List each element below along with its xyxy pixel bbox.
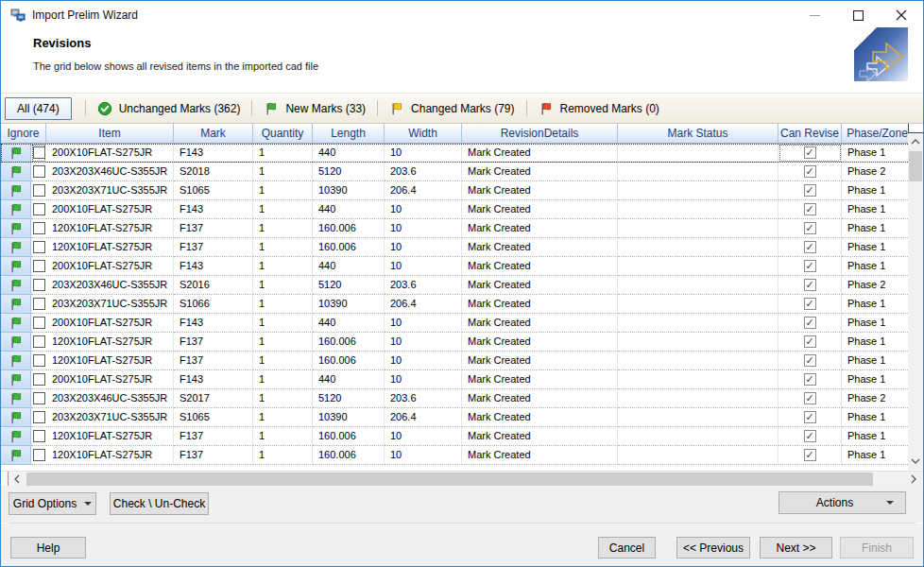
table-row[interactable]: 200X10FLAT-S275JRF143144010Mark Created✓… [1,144,908,163]
table-row[interactable]: 120X10FLAT-S275JRF1371160.00610Mark Crea… [1,219,908,238]
page-subtitle: The grid below shows all revised items i… [33,60,318,72]
can-revise-checkbox[interactable]: ✓ [804,317,816,329]
table-row[interactable]: 200X10FLAT-S275JRF143144010Mark Created✓… [1,370,908,389]
horizontal-scrollbar-thumb[interactable] [26,472,873,486]
table-row[interactable]: 203X203X46UC-S355JRS201715120203.6Mark C… [1,389,908,408]
revision-details-cell: Mark Created [462,200,618,219]
column-header-quantity[interactable]: Quantity [253,124,313,144]
maximize-button[interactable] [836,1,880,29]
filter-changed-marks[interactable]: Changed Marks (79) [384,101,520,116]
check-uncheck-button[interactable]: Check \ Un-Check [110,492,209,515]
finish-button[interactable]: Finish [840,537,914,558]
table-row[interactable]: 120X10FLAT-S275JRF1371160.00610Mark Crea… [1,333,908,352]
can-revise-checkbox[interactable]: ✓ [804,373,816,386]
ignore-checkbox[interactable] [33,354,45,367]
filter-all-button[interactable]: All (474) [5,97,72,120]
phase-zone-cell: Phase 1 [842,200,908,219]
can-revise-checkbox[interactable]: ✓ [804,449,816,461]
table-row[interactable]: 120X10FLAT-S275JRF1371160.00610Mark Crea… [1,352,908,370]
column-header-mark-status[interactable]: Mark Status [618,124,779,144]
can-revise-checkbox[interactable]: ✓ [804,165,816,178]
table-row[interactable]: 203X203X71UC-S355JRS1066110390206.4Mark … [1,295,908,314]
filter-unchanged-marks[interactable]: Unchanged Marks (362) [92,101,247,116]
minimize-button[interactable] [793,1,836,29]
actions-button[interactable]: Actions [779,491,906,514]
row-indicator [1,446,31,465]
next-button[interactable]: Next >> [760,537,832,558]
ignore-checkbox[interactable] [33,222,45,234]
scrollbar-splitter-handle[interactable] [1,472,9,487]
previous-button[interactable]: << Previous [676,537,750,558]
table-row[interactable]: 203X203X46UC-S355JRS201815120203.6Mark C… [1,163,908,181]
column-header-can-revise[interactable]: Can Revise [779,124,842,144]
table-row[interactable]: 200X10FLAT-S275JRF143144010Mark Created✓… [1,257,908,276]
vertical-scrollbar-thumb[interactable] [909,151,922,181]
can-revise-checkbox[interactable]: ✓ [804,203,816,215]
ignore-checkbox[interactable] [33,184,45,197]
row-indicator [1,408,31,427]
ignore-checkbox[interactable] [33,317,45,329]
column-header-ignore[interactable]: Ignore [1,124,46,144]
table-row[interactable]: 120X10FLAT-S275JRF1371160.00610Mark Crea… [1,427,908,446]
ignore-checkbox[interactable] [33,335,45,348]
ignore-cell [31,333,46,352]
can-revise-checkbox[interactable]: ✓ [804,392,816,404]
ignore-checkbox[interactable] [33,260,45,272]
table-row[interactable]: 203X203X46UC-S355JRS201615120203.6Mark C… [1,276,908,295]
ignore-checkbox[interactable] [33,146,45,159]
filter-new-marks[interactable]: New Marks (33) [258,101,371,116]
ignore-checkbox[interactable] [33,411,45,423]
table-row[interactable]: 200X10FLAT-S275JRF143144010Mark Created✓… [1,314,908,333]
horizontal-scrollbar[interactable] [1,471,923,486]
can-revise-cell: ✓ [779,257,842,276]
column-header-mark[interactable]: Mark [174,124,253,144]
table-row[interactable]: 120X10FLAT-S275JRF1371160.00610Mark Crea… [1,446,908,465]
revision-details-cell: Mark Created [462,408,618,427]
grid-corner-box [908,124,923,133]
ignore-checkbox[interactable] [33,279,45,291]
scroll-down-arrow-icon[interactable] [908,454,923,469]
table-row[interactable]: 120X10FLAT-S275JRF1371160.00610Mark Crea… [1,238,908,257]
column-header-length[interactable]: Length [313,124,385,144]
scroll-up-arrow-icon[interactable] [908,134,923,149]
column-header-item[interactable]: Item [46,124,174,144]
ignore-checkbox[interactable] [33,165,45,178]
can-revise-checkbox[interactable]: ✓ [804,184,816,197]
can-revise-checkbox[interactable]: ✓ [804,241,816,253]
phase-zone-cell: Phase 1 [842,238,908,257]
can-revise-checkbox[interactable]: ✓ [804,146,816,159]
can-revise-checkbox[interactable]: ✓ [804,335,816,348]
close-button[interactable] [880,1,923,29]
vertical-scrollbar[interactable] [908,124,923,470]
table-row[interactable]: 203X203X71UC-S355JRS1065110390206.4Mark … [1,181,908,200]
column-header-phase-zone[interactable]: Phase/Zone [842,124,908,144]
ignore-checkbox[interactable] [33,298,45,310]
item-cell: 120X10FLAT-S275JR [46,219,174,238]
can-revise-checkbox[interactable]: ✓ [804,279,816,291]
ignore-checkbox[interactable] [33,241,45,253]
ignore-checkbox[interactable] [33,373,45,386]
ignore-checkbox[interactable] [33,203,45,215]
filter-removed-marks[interactable]: Removed Marks (0) [533,101,665,116]
help-button[interactable]: Help [10,537,86,558]
can-revise-checkbox[interactable]: ✓ [804,260,816,272]
table-row[interactable]: 200X10FLAT-S275JRF143144010Mark Created✓… [1,200,908,219]
scroll-right-arrow-icon[interactable] [906,472,921,487]
can-revise-cell: ✓ [779,200,842,219]
can-revise-checkbox[interactable]: ✓ [804,222,816,234]
cancel-button[interactable]: Cancel [598,537,656,558]
ignore-checkbox[interactable] [33,392,45,404]
can-revise-checkbox[interactable]: ✓ [804,411,816,423]
filter-divider [85,100,86,116]
ignore-checkbox[interactable] [33,449,45,461]
can-revise-checkbox[interactable]: ✓ [804,298,816,310]
table-row[interactable]: 203X203X71UC-S355JRS1065110390206.4Mark … [1,408,908,427]
can-revise-checkbox[interactable]: ✓ [804,354,816,367]
can-revise-checkbox[interactable]: ✓ [804,430,816,442]
scroll-left-arrow-icon[interactable] [9,472,25,487]
column-header-width[interactable]: Width [385,124,462,144]
ignore-checkbox[interactable] [33,430,45,442]
column-header-revisiondetails[interactable]: RevisionDetails [462,124,618,144]
grid-options-button[interactable]: Grid Options [9,492,96,515]
mark-cell: F143 [174,200,253,219]
